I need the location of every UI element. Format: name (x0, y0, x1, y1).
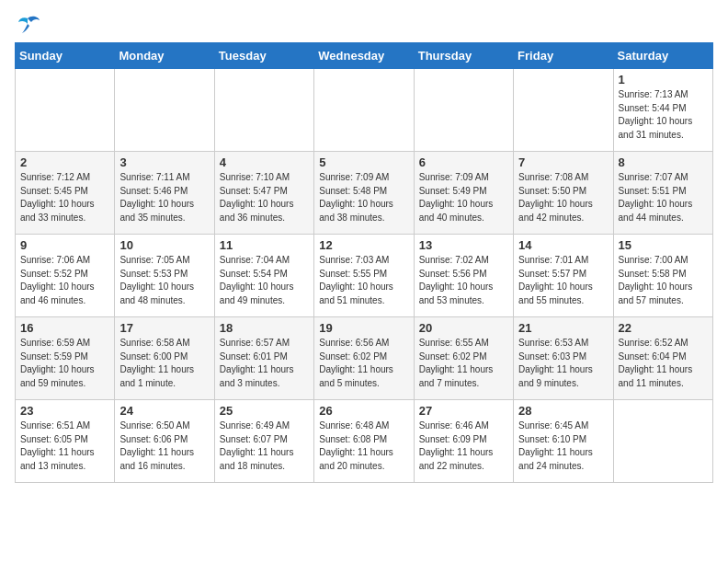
day-number: 8 (619, 155, 708, 169)
calendar-day-cell: 20Sunrise: 6:55 AM Sunset: 6:02 PM Dayli… (414, 317, 513, 400)
calendar-day-cell: 2Sunrise: 7:12 AM Sunset: 5:45 PM Daylig… (16, 152, 115, 235)
day-number: 18 (220, 321, 309, 335)
page-header (15, 15, 713, 35)
calendar-day-cell: 13Sunrise: 7:02 AM Sunset: 5:56 PM Dayli… (414, 235, 513, 317)
day-info: Sunrise: 6:58 AM Sunset: 6:00 PM Dayligh… (119, 337, 209, 390)
day-number: 6 (419, 155, 508, 169)
calendar-day-cell: 23Sunrise: 6:51 AM Sunset: 6:05 PM Dayli… (16, 400, 115, 483)
calendar-day-cell: 3Sunrise: 7:11 AM Sunset: 5:46 PM Daylig… (115, 152, 214, 235)
weekday-header-saturday: Saturday (613, 43, 712, 69)
day-number: 24 (119, 404, 209, 418)
calendar-week-row: 16Sunrise: 6:59 AM Sunset: 5:59 PM Dayli… (16, 317, 713, 400)
weekday-header-monday: Monday (115, 43, 214, 69)
day-info: Sunrise: 6:53 AM Sunset: 6:03 PM Dayligh… (518, 337, 608, 390)
calendar-empty-cell (214, 69, 313, 152)
calendar-empty-cell (613, 400, 712, 483)
day-number: 19 (319, 321, 408, 335)
calendar-empty-cell (314, 69, 414, 152)
calendar-day-cell: 7Sunrise: 7:08 AM Sunset: 5:50 PM Daylig… (514, 152, 613, 235)
day-info: Sunrise: 7:02 AM Sunset: 5:56 PM Dayligh… (419, 254, 508, 307)
day-number: 2 (20, 155, 109, 169)
day-info: Sunrise: 7:03 AM Sunset: 5:55 PM Dayligh… (319, 254, 408, 307)
calendar-day-cell: 6Sunrise: 7:09 AM Sunset: 5:49 PM Daylig… (414, 152, 513, 235)
day-info: Sunrise: 7:12 AM Sunset: 5:45 PM Dayligh… (20, 171, 109, 224)
day-info: Sunrise: 6:49 AM Sunset: 6:07 PM Dayligh… (220, 419, 309, 473)
calendar-day-cell: 5Sunrise: 7:09 AM Sunset: 5:48 PM Daylig… (314, 152, 414, 235)
day-number: 14 (518, 238, 608, 252)
day-number: 25 (220, 404, 309, 418)
weekday-header-sunday: Sunday (16, 43, 115, 69)
calendar-empty-cell (514, 69, 613, 152)
calendar-week-row: 2Sunrise: 7:12 AM Sunset: 5:45 PM Daylig… (16, 152, 713, 235)
day-info: Sunrise: 7:08 AM Sunset: 5:50 PM Dayligh… (518, 171, 608, 224)
calendar-day-cell: 26Sunrise: 6:48 AM Sunset: 6:08 PM Dayli… (314, 400, 414, 483)
day-number: 16 (20, 321, 109, 335)
day-info: Sunrise: 7:07 AM Sunset: 5:51 PM Dayligh… (619, 171, 708, 224)
calendar-day-cell: 22Sunrise: 6:52 AM Sunset: 6:04 PM Dayli… (613, 317, 712, 400)
calendar-day-cell: 15Sunrise: 7:00 AM Sunset: 5:58 PM Dayli… (613, 235, 712, 317)
day-info: Sunrise: 7:05 AM Sunset: 5:53 PM Dayligh… (119, 254, 209, 307)
calendar-day-cell: 12Sunrise: 7:03 AM Sunset: 5:55 PM Dayli… (314, 235, 414, 317)
day-number: 27 (419, 404, 508, 418)
calendar-header-row: SundayMondayTuesdayWednesdayThursdayFrid… (16, 43, 713, 69)
calendar-week-row: 23Sunrise: 6:51 AM Sunset: 6:05 PM Dayli… (16, 400, 713, 483)
day-info: Sunrise: 6:50 AM Sunset: 6:06 PM Dayligh… (119, 419, 209, 473)
day-number: 21 (518, 321, 608, 335)
day-number: 9 (20, 238, 109, 252)
day-info: Sunrise: 7:00 AM Sunset: 5:58 PM Dayligh… (619, 254, 708, 307)
day-number: 3 (119, 155, 209, 169)
day-info: Sunrise: 6:51 AM Sunset: 6:05 PM Dayligh… (20, 419, 109, 473)
calendar-day-cell: 1Sunrise: 7:13 AM Sunset: 5:44 PM Daylig… (613, 69, 712, 152)
weekday-header-tuesday: Tuesday (214, 43, 313, 69)
calendar-day-cell: 11Sunrise: 7:04 AM Sunset: 5:54 PM Dayli… (214, 235, 313, 317)
weekday-header-friday: Friday (514, 43, 613, 69)
day-number: 13 (419, 238, 508, 252)
day-number: 23 (20, 404, 109, 418)
calendar-empty-cell (115, 69, 214, 152)
day-info: Sunrise: 7:09 AM Sunset: 5:48 PM Dayligh… (319, 171, 408, 224)
calendar-day-cell: 16Sunrise: 6:59 AM Sunset: 5:59 PM Dayli… (16, 317, 115, 400)
day-number: 4 (220, 155, 309, 169)
calendar-empty-cell (414, 69, 513, 152)
calendar-day-cell: 19Sunrise: 6:56 AM Sunset: 6:02 PM Dayli… (314, 317, 414, 400)
day-info: Sunrise: 6:46 AM Sunset: 6:09 PM Dayligh… (419, 419, 508, 473)
day-info: Sunrise: 6:45 AM Sunset: 6:10 PM Dayligh… (518, 419, 608, 473)
day-info: Sunrise: 6:48 AM Sunset: 6:08 PM Dayligh… (319, 419, 408, 473)
day-number: 15 (619, 238, 708, 252)
calendar-day-cell: 27Sunrise: 6:46 AM Sunset: 6:09 PM Dayli… (414, 400, 513, 483)
day-number: 12 (319, 238, 408, 252)
day-number: 5 (319, 155, 408, 169)
day-info: Sunrise: 7:09 AM Sunset: 5:49 PM Dayligh… (419, 171, 508, 224)
day-info: Sunrise: 6:59 AM Sunset: 5:59 PM Dayligh… (20, 337, 109, 390)
calendar-day-cell: 17Sunrise: 6:58 AM Sunset: 6:00 PM Dayli… (115, 317, 214, 400)
day-number: 28 (518, 404, 608, 418)
day-info: Sunrise: 7:04 AM Sunset: 5:54 PM Dayligh… (220, 254, 309, 307)
day-info: Sunrise: 7:10 AM Sunset: 5:47 PM Dayligh… (220, 171, 309, 224)
day-number: 1 (619, 73, 708, 86)
calendar-day-cell: 10Sunrise: 7:05 AM Sunset: 5:53 PM Dayli… (115, 235, 214, 317)
logo-bird-icon (15, 15, 40, 35)
day-number: 7 (518, 155, 608, 169)
day-info: Sunrise: 7:01 AM Sunset: 5:57 PM Dayligh… (518, 254, 608, 307)
calendar-day-cell: 8Sunrise: 7:07 AM Sunset: 5:51 PM Daylig… (613, 152, 712, 235)
day-number: 26 (319, 404, 408, 418)
weekday-header-wednesday: Wednesday (314, 43, 414, 69)
calendar-day-cell: 18Sunrise: 6:57 AM Sunset: 6:01 PM Dayli… (214, 317, 313, 400)
weekday-header-thursday: Thursday (414, 43, 513, 69)
day-number: 17 (119, 321, 209, 335)
calendar-day-cell: 24Sunrise: 6:50 AM Sunset: 6:06 PM Dayli… (115, 400, 214, 483)
calendar-day-cell: 14Sunrise: 7:01 AM Sunset: 5:57 PM Dayli… (514, 235, 613, 317)
day-number: 11 (220, 238, 309, 252)
day-number: 20 (419, 321, 508, 335)
day-info: Sunrise: 6:56 AM Sunset: 6:02 PM Dayligh… (319, 337, 408, 390)
calendar-day-cell: 25Sunrise: 6:49 AM Sunset: 6:07 PM Dayli… (214, 400, 313, 483)
day-info: Sunrise: 7:13 AM Sunset: 5:44 PM Dayligh… (619, 88, 708, 142)
calendar-day-cell: 21Sunrise: 6:53 AM Sunset: 6:03 PM Dayli… (514, 317, 613, 400)
day-info: Sunrise: 7:11 AM Sunset: 5:46 PM Dayligh… (119, 171, 209, 224)
calendar-week-row: 1Sunrise: 7:13 AM Sunset: 5:44 PM Daylig… (16, 69, 713, 152)
day-info: Sunrise: 7:06 AM Sunset: 5:52 PM Dayligh… (20, 254, 109, 307)
calendar-day-cell: 4Sunrise: 7:10 AM Sunset: 5:47 PM Daylig… (214, 152, 313, 235)
day-number: 10 (119, 238, 209, 252)
logo (15, 15, 44, 35)
day-info: Sunrise: 6:55 AM Sunset: 6:02 PM Dayligh… (419, 337, 508, 390)
